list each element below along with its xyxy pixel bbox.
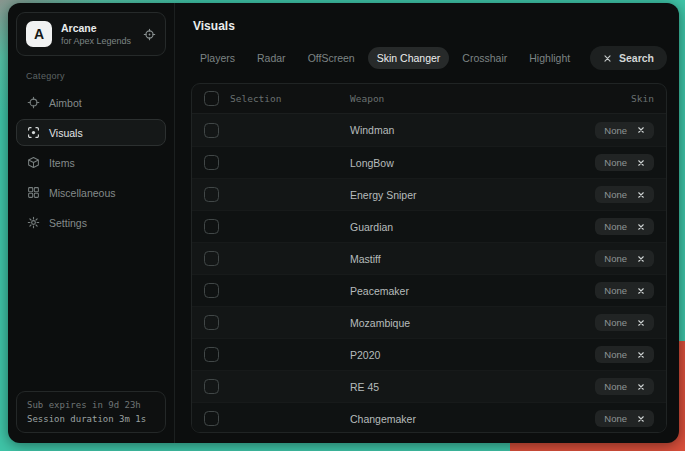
weapon-name: Mastiff xyxy=(350,253,550,265)
app-title: Arcane xyxy=(61,22,131,34)
skin-value: None xyxy=(604,413,627,424)
table-body: Windman None LongBow None xyxy=(192,114,666,433)
app-header-card: A Arcane for Apex Legends xyxy=(16,12,166,56)
search-button-label: Search xyxy=(619,52,654,64)
sidebar: A Arcane for Apex Legends Category Aimbo… xyxy=(8,3,175,443)
crosshair-icon xyxy=(27,96,40,109)
tab-radar[interactable]: Radar xyxy=(248,47,295,69)
table-row: P2020 None xyxy=(192,338,666,370)
sidebar-item-visuals[interactable]: Visuals xyxy=(16,119,166,146)
sidebar-item-aimbot[interactable]: Aimbot xyxy=(16,89,166,116)
row-checkbox[interactable] xyxy=(204,411,219,426)
skin-select-badge[interactable]: None xyxy=(595,378,654,395)
clear-skin-icon[interactable] xyxy=(637,223,645,231)
skin-select-badge[interactable]: None xyxy=(595,410,654,427)
column-header-selection: Selection xyxy=(230,93,342,104)
row-checkbox[interactable] xyxy=(204,283,219,298)
app-window: A Arcane for Apex Legends Category Aimbo… xyxy=(8,3,679,443)
sidebar-item-label: Items xyxy=(49,157,75,169)
weapon-name: LongBow xyxy=(350,157,550,169)
session-duration-text: Session duration 3m 1s xyxy=(27,414,155,424)
weapon-name: RE 45 xyxy=(350,381,550,393)
skin-select-badge[interactable]: None xyxy=(595,250,654,267)
skin-value: None xyxy=(604,285,627,296)
column-header-weapon: Weapon xyxy=(350,93,550,104)
clear-skin-icon[interactable] xyxy=(637,383,645,391)
box-icon xyxy=(27,156,40,169)
sidebar-nav: Aimbot Visuals Items Miscellaneous Setti… xyxy=(16,89,166,236)
skin-select-badge[interactable]: None xyxy=(595,154,654,171)
skin-changer-table: Selection Weapon Skin Windman None LongB… xyxy=(191,83,667,433)
tab-crosshair[interactable]: Crosshair xyxy=(453,47,516,69)
tab-bar: PlayersRadarOffScreenSkin ChangerCrossha… xyxy=(191,46,667,70)
skin-select-badge[interactable]: None xyxy=(595,314,654,331)
sidebar-item-label: Aimbot xyxy=(49,97,82,109)
table-row: RE 45 None xyxy=(192,370,666,402)
skin-select-badge[interactable]: None xyxy=(595,282,654,299)
app-logo: A xyxy=(26,21,52,47)
tab-offscreen[interactable]: OffScreen xyxy=(299,47,364,69)
skin-value: None xyxy=(604,349,627,360)
clear-skin-icon[interactable] xyxy=(637,255,645,263)
tab-highlight[interactable]: Highlight xyxy=(520,47,579,69)
row-checkbox[interactable] xyxy=(204,123,219,138)
clear-skin-icon[interactable] xyxy=(637,191,645,199)
row-checkbox[interactable] xyxy=(204,219,219,234)
clear-skin-icon[interactable] xyxy=(637,287,645,295)
page-title: Visuals xyxy=(193,19,667,33)
tabs: PlayersRadarOffScreenSkin ChangerCrossha… xyxy=(191,47,579,69)
weapon-name: Peacemaker xyxy=(350,285,550,297)
main-panel: Visuals PlayersRadarOffScreenSkin Change… xyxy=(175,3,679,443)
clear-skin-icon[interactable] xyxy=(637,415,645,423)
row-checkbox[interactable] xyxy=(204,187,219,202)
weapon-name: Energy Sniper xyxy=(350,189,550,201)
app-header-text: Arcane for Apex Legends xyxy=(61,22,131,46)
table-row: Changemaker None xyxy=(192,402,666,433)
clear-skin-icon[interactable] xyxy=(637,319,645,327)
row-checkbox[interactable] xyxy=(204,347,219,362)
select-all-checkbox[interactable] xyxy=(204,91,219,106)
skin-value: None xyxy=(604,381,627,392)
skin-value: None xyxy=(604,157,627,168)
row-checkbox[interactable] xyxy=(204,155,219,170)
search-close-icon xyxy=(603,54,612,63)
row-checkbox[interactable] xyxy=(204,379,219,394)
weapon-name: Changemaker xyxy=(350,413,550,425)
tab-players[interactable]: Players xyxy=(191,47,244,69)
table-header-row: Selection Weapon Skin xyxy=(192,84,666,114)
skin-select-badge[interactable]: None xyxy=(595,218,654,235)
app-subtitle: for Apex Legends xyxy=(61,36,131,46)
column-header-skin: Skin xyxy=(558,93,654,104)
table-row: Mastiff None xyxy=(192,242,666,274)
skin-select-badge[interactable]: None xyxy=(595,122,654,139)
clear-skin-icon[interactable] xyxy=(637,159,645,167)
sidebar-item-label: Miscellaneous xyxy=(49,187,116,199)
tab-skin-changer[interactable]: Skin Changer xyxy=(368,47,450,69)
sidebar-item-miscellaneous[interactable]: Miscellaneous xyxy=(16,179,166,206)
search-button[interactable]: Search xyxy=(590,46,667,70)
sub-expiry-text: Sub expires in 9d 23h xyxy=(27,400,155,410)
table-row: Windman None xyxy=(192,114,666,146)
skin-value: None xyxy=(604,221,627,232)
subscription-info-card: Sub expires in 9d 23h Session duration 3… xyxy=(16,391,166,433)
scan-eye-icon xyxy=(27,126,40,139)
skin-value: None xyxy=(604,125,627,136)
gear-icon xyxy=(27,216,40,229)
skin-value: None xyxy=(604,189,627,200)
table-row: Energy Sniper None xyxy=(192,178,666,210)
target-icon[interactable] xyxy=(143,28,156,41)
table-row: Mozambique None xyxy=(192,306,666,338)
skin-select-badge[interactable]: None xyxy=(595,186,654,203)
row-checkbox[interactable] xyxy=(204,315,219,330)
skin-select-badge[interactable]: None xyxy=(595,346,654,363)
sidebar-item-settings[interactable]: Settings xyxy=(16,209,166,236)
weapon-name: Windman xyxy=(350,124,550,136)
row-checkbox[interactable] xyxy=(204,251,219,266)
skin-value: None xyxy=(604,253,627,264)
sidebar-item-items[interactable]: Items xyxy=(16,149,166,176)
skin-value: None xyxy=(604,317,627,328)
clear-skin-icon[interactable] xyxy=(637,351,645,359)
clear-skin-icon[interactable] xyxy=(637,126,645,134)
sidebar-item-label: Settings xyxy=(49,217,87,229)
weapon-name: P2020 xyxy=(350,349,550,361)
